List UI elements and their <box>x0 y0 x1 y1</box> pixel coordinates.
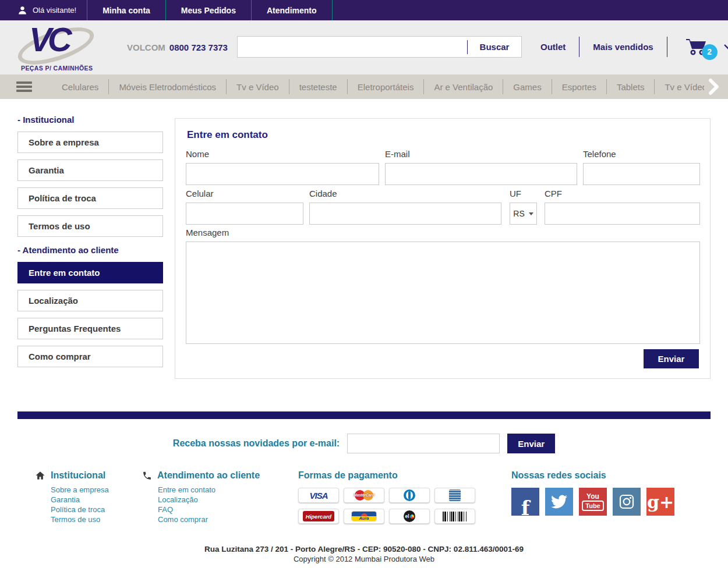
phone-number: 0800 723 7373 <box>169 42 228 52</box>
footer-link-entre-em-contato[interactable]: Entre em contato <box>158 485 260 495</box>
outlet-link[interactable]: Outlet <box>527 42 579 52</box>
sidebar-item-localizacao[interactable]: Localização <box>17 290 163 311</box>
footer-payments: Formas de pagamento VISA MasterCard Hipe… <box>298 470 475 524</box>
store-address: Rua Luzitana 273 / 201 - Porto Alegre/RS… <box>0 545 728 553</box>
brand-label: VOLCOM <box>127 42 165 52</box>
search-bar: Buscar <box>237 36 522 58</box>
cidade-field[interactable] <box>309 203 501 225</box>
search-button[interactable]: Buscar <box>468 37 521 57</box>
nav-item[interactable]: Games <box>503 79 551 94</box>
newsletter-label: Receba nossas novidades por e-mail: <box>173 438 340 449</box>
mensagem-field[interactable] <box>186 242 700 344</box>
cart-dropdown-toggle[interactable] <box>723 44 728 51</box>
category-nav: Celulares Móveis Eletrodomésticos Tv e V… <box>0 74 728 99</box>
facebook-icon[interactable]: f <box>511 488 539 516</box>
email-field[interactable] <box>385 163 577 185</box>
nav-item[interactable]: testeteste <box>289 79 347 94</box>
header-links: Outlet Mais vendidos 2 <box>527 36 728 58</box>
sidebar-item-entre-em-contato[interactable]: Entre em contato <box>17 262 163 283</box>
footer-link-localizacao[interactable]: Localização <box>158 495 260 505</box>
footer-atendimento: Atendimento ao cliente Entre em contato … <box>142 470 260 524</box>
nome-label: Nome <box>186 149 379 159</box>
sidebar-item-garantia[interactable]: Garantia <box>17 159 163 181</box>
footer-social: Nossas redes sociais f You Tube g+ <box>511 470 674 516</box>
payments-title: Formas de pagamento <box>298 470 398 481</box>
sidebar-item-sobre-a-empresa[interactable]: Sobre a empresa <box>17 132 163 153</box>
logo-tagline: PEÇAS P/ CAMINHÕES <box>21 65 93 72</box>
footer-link-garantia[interactable]: Garantia <box>51 495 109 505</box>
boleto-barcode-icon <box>434 509 475 524</box>
sidebar-item-como-comprar[interactable]: Como comprar <box>17 346 163 367</box>
nav-item[interactable]: Celulares <box>52 79 108 94</box>
page-title: Entre em contato <box>187 129 268 141</box>
uf-selected-value: RS <box>513 209 524 218</box>
nav-item[interactable]: Tv e Vídeo <box>226 79 289 94</box>
topbar-minha-conta[interactable]: Minha conta <box>87 0 165 20</box>
twitter-icon[interactable] <box>545 488 573 516</box>
topbar-meus-pedidos[interactable]: Meus Pedidos <box>165 0 251 20</box>
uf-label: UF <box>510 189 537 198</box>
nav-item[interactable]: Eletroportáteis <box>347 79 424 94</box>
top-bar: Olá visitante! Minha conta Meus Pedidos … <box>0 0 728 20</box>
nav-item[interactable]: Móveis Eletrodomésticos <box>108 79 226 94</box>
celular-field[interactable] <box>186 203 303 225</box>
elo-icon: el <box>389 509 430 524</box>
social-title: Nossas redes sociais <box>511 470 606 481</box>
hipercard-icon: Hipercard <box>298 509 339 524</box>
sidebar-heading-institucional: - Institucional <box>17 115 163 125</box>
chevron-down-icon <box>723 44 728 51</box>
cpf-field[interactable] <box>545 203 700 225</box>
uf-select[interactable]: RS <box>510 203 537 225</box>
footer-link-faq[interactable]: FAQ <box>158 505 260 514</box>
section-divider-bar <box>17 411 711 419</box>
footer-institucional-title: Institucional <box>51 470 105 481</box>
youtube-icon[interactable]: You Tube <box>579 488 607 516</box>
user-greeting[interactable]: Olá visitante! <box>0 0 87 20</box>
sidebar-heading-atendimento: - Atendimento ao cliente <box>17 245 163 255</box>
hamburger-menu-icon[interactable] <box>16 80 32 94</box>
footer-link-politica-de-troca[interactable]: Política de troca <box>51 505 109 514</box>
nav-scroll-right-button[interactable] <box>708 79 720 97</box>
cart-count-badge: 2 <box>702 44 718 60</box>
cpf-label: CPF <box>545 189 700 198</box>
nav-item[interactable]: Ar e Ventilação <box>423 79 503 94</box>
sidebar-item-termos-de-uso[interactable]: Termos de uso <box>17 215 163 237</box>
telefone-field[interactable] <box>583 163 700 185</box>
footer-link-como-comprar[interactable]: Como comprar <box>158 514 260 524</box>
person-icon <box>17 5 27 15</box>
email-label: E-mail <box>385 149 577 159</box>
page: Olá visitante! Minha conta Meus Pedidos … <box>0 0 728 582</box>
footer-atendimento-title: Atendimento ao cliente <box>157 470 260 481</box>
celular-label: Celular <box>186 189 303 198</box>
header: VC PEÇAS P/ CAMINHÕES VOLCOM 0800 723 73… <box>0 20 728 74</box>
home-icon <box>35 470 45 481</box>
newsletter-submit-button[interactable]: Enviar <box>507 434 555 453</box>
store-logo[interactable]: VC PEÇAS P/ CAMINHÕES <box>20 22 96 72</box>
nome-field[interactable] <box>186 163 379 185</box>
nav-item[interactable]: Tv e Vídeo <box>654 79 704 94</box>
cart-button[interactable]: 2 <box>685 37 708 57</box>
chevron-right-icon <box>708 79 720 95</box>
best-sellers-link[interactable]: Mais vendidos <box>579 42 666 52</box>
category-list: Celulares Móveis Eletrodomésticos Tv e V… <box>52 74 704 99</box>
sidebar-item-politica-de-troca[interactable]: Política de troca <box>17 187 163 209</box>
footer-institucional: Institucional Sobre a empresa Garantia P… <box>35 470 109 524</box>
topbar-atendimento[interactable]: Atendimento <box>251 0 333 20</box>
form-submit-button[interactable]: Enviar <box>644 349 699 368</box>
nav-item[interactable]: Esportes <box>552 79 606 94</box>
logo-monogram: VC <box>29 20 68 59</box>
newsletter-email-input[interactable] <box>347 434 500 453</box>
nav-item[interactable]: Tablets <box>606 79 655 94</box>
american-express-icon <box>434 488 475 503</box>
google-plus-icon[interactable]: g+ <box>646 488 674 516</box>
footer-link-termos-de-uso[interactable]: Termos de uso <box>51 514 109 524</box>
contact-form-panel: Entre em contato Nome E-mail Telefone Ce… <box>175 118 711 379</box>
search-input[interactable] <box>238 37 467 57</box>
mensagem-label: Mensagem <box>186 228 700 237</box>
sidebar: - Institucional Sobre a empresa Garantia… <box>17 115 163 374</box>
social-icons: f You Tube g+ <box>511 488 674 516</box>
instagram-icon[interactable] <box>613 488 641 516</box>
select-caret-icon <box>529 212 533 215</box>
footer-link-sobre-a-empresa[interactable]: Sobre a empresa <box>51 485 109 495</box>
sidebar-item-perguntas-frequentes[interactable]: Perguntas Frequentes <box>17 318 163 339</box>
